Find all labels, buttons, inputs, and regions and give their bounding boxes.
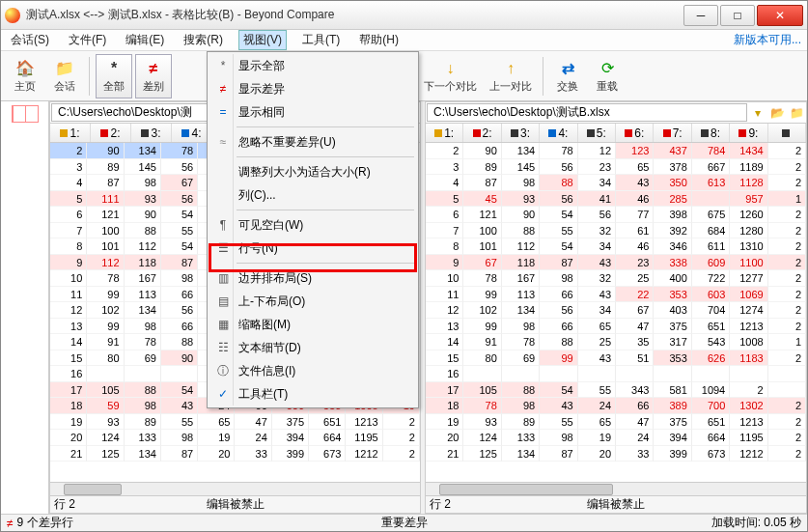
column-header[interactable]: 3: bbox=[502, 124, 540, 142]
cell: 66 bbox=[161, 319, 198, 335]
menu-help[interactable]: 帮助(H) bbox=[355, 31, 403, 49]
cell: 93 bbox=[502, 191, 540, 208]
table-row[interactable]: 545935641462859571 bbox=[426, 191, 806, 208]
menu-session[interactable]: 会话(S) bbox=[7, 31, 53, 49]
next-diff-button[interactable]: ↑上一对比 bbox=[485, 54, 537, 98]
minimize-button[interactable]: ─ bbox=[683, 5, 718, 26]
close-button[interactable]: ✕ bbox=[757, 5, 803, 26]
left-scrollbar[interactable] bbox=[50, 482, 420, 495]
cell: 78 bbox=[161, 143, 198, 159]
table-row[interactable]: 14917888253531754310081 bbox=[426, 334, 806, 350]
reload-button[interactable]: ⟳重载 bbox=[589, 54, 626, 98]
column-header[interactable]: 2: bbox=[463, 124, 501, 142]
menu-search[interactable]: 搜索(R) bbox=[180, 31, 227, 49]
menu-edit[interactable]: 编辑(E) bbox=[122, 31, 168, 49]
new-version-link[interactable]: 新版本可用... bbox=[734, 32, 801, 48]
table-row[interactable]: 1210213456346740370412742 bbox=[426, 302, 806, 319]
diff-button[interactable]: ≠差别 bbox=[135, 54, 172, 98]
table-row[interactable]: 19938955654737565112132 bbox=[50, 414, 420, 431]
column-header[interactable]: 4: bbox=[540, 124, 577, 142]
menu-text-detail[interactable]: ☷文本细节(D) bbox=[209, 336, 416, 359]
table-row[interactable]: 810111254344634661113102 bbox=[426, 238, 806, 255]
column-header[interactable]: 1: bbox=[50, 124, 91, 142]
cell: 613 bbox=[692, 175, 730, 191]
minimap-icon[interactable] bbox=[12, 105, 39, 123]
home-button[interactable]: 🏠主页 bbox=[7, 54, 43, 98]
cell: 93 bbox=[463, 414, 501, 431]
cell: 667 bbox=[692, 159, 730, 176]
table-row[interactable]: 119911366432235360310692 bbox=[426, 287, 806, 303]
cell: 65 bbox=[616, 159, 654, 176]
menu-show-same[interactable]: =显示相同 bbox=[209, 100, 416, 124]
menu-ignore-unimportant[interactable]: ≈忽略不重要差异(U) bbox=[209, 130, 416, 154]
menu-line-numbers[interactable]: ☰行号(N) bbox=[209, 237, 416, 260]
menu-fit-columns[interactable]: 调整列大小为适合大小(R) bbox=[209, 160, 416, 183]
table-row[interactable]: 2012413398192439466411952 bbox=[50, 430, 420, 446]
cell: 100 bbox=[87, 223, 124, 239]
right-scrollbar[interactable] bbox=[426, 482, 806, 495]
table-row[interactable]: 13999866654737565112132 bbox=[426, 319, 806, 335]
table-row[interactable]: 38914556236537866711892 bbox=[426, 159, 806, 176]
cell: 46 bbox=[616, 191, 654, 208]
cell: 7 bbox=[50, 223, 87, 239]
maximize-button[interactable]: □ bbox=[720, 5, 755, 26]
cell: 87 bbox=[540, 255, 577, 271]
cell: 125 bbox=[87, 446, 124, 462]
menu-toolbar[interactable]: ✓工具栏(T) bbox=[209, 382, 416, 406]
column-header[interactable]: 3: bbox=[131, 124, 172, 142]
menu-file[interactable]: 文件(F) bbox=[65, 31, 110, 49]
column-header[interactable]: 8: bbox=[692, 124, 730, 142]
table-row[interactable]: 2012413398192439466411952 bbox=[426, 430, 806, 446]
menu-tools[interactable]: 工具(T) bbox=[298, 31, 344, 49]
column-header[interactable]: 1: bbox=[426, 124, 463, 142]
swap-button[interactable]: ⇄交换 bbox=[549, 54, 586, 98]
table-row[interactable]: 71008855326139268412802 bbox=[426, 223, 806, 239]
cell: 2 bbox=[768, 319, 806, 335]
prev-diff-button[interactable]: ↓下一个对比 bbox=[419, 54, 482, 98]
menu-columns[interactable]: 列(C)... bbox=[209, 183, 416, 207]
column-header[interactable]: 6: bbox=[616, 124, 654, 142]
key-icon bbox=[60, 129, 68, 137]
menu-visible-whitespace[interactable]: ¶可见空白(W) bbox=[209, 213, 416, 237]
menu-view[interactable]: 视图(V) bbox=[238, 30, 287, 50]
sessions-button[interactable]: 📁会话 bbox=[46, 54, 83, 98]
cell: 101 bbox=[87, 238, 124, 255]
cell: 56 bbox=[161, 302, 198, 319]
table-row[interactable]: 2112513487203339967312122 bbox=[50, 446, 420, 462]
cell: 1189 bbox=[730, 159, 767, 176]
menu-side-by-side[interactable]: ▥边并排布局(S) bbox=[209, 266, 416, 290]
open-icon[interactable]: 📁 bbox=[787, 106, 806, 120]
right-grid[interactable]: 2901347812123437784143423891455623653786… bbox=[426, 143, 806, 482]
table-row[interactable]: 2112513487203339967312122 bbox=[426, 446, 806, 462]
menu-show-all[interactable]: *显示全部 bbox=[209, 54, 416, 77]
browse-icon[interactable]: 📂 bbox=[767, 106, 787, 120]
cell: 626 bbox=[692, 350, 730, 367]
all-button[interactable]: *全部 bbox=[96, 54, 132, 98]
table-row[interactable]: 96711887432333860911002 bbox=[426, 255, 806, 271]
cell: 1277 bbox=[730, 270, 767, 287]
table-row[interactable]: 4879888344335061311282 bbox=[426, 175, 806, 191]
cell: 33 bbox=[235, 446, 271, 462]
menu-thumbnail[interactable]: ▦缩略图(M) bbox=[209, 313, 416, 336]
table-row[interactable]: 15806999435135362611832 bbox=[426, 350, 806, 367]
right-path-input[interactable]: C:\Users\echo\Desktop\测试B.xlsx bbox=[427, 103, 747, 122]
table-row[interactable]: 290134781212343778414342 bbox=[426, 143, 806, 159]
table-row[interactable]: 16 bbox=[426, 366, 806, 382]
column-header[interactable]: 5: bbox=[578, 124, 616, 142]
menu-show-diff[interactable]: ≠显示差异 bbox=[209, 77, 416, 100]
dropdown-icon[interactable]: ▾ bbox=[748, 106, 767, 120]
column-header[interactable] bbox=[768, 124, 806, 142]
table-row[interactable]: 19938955654737565112132 bbox=[426, 414, 806, 431]
column-header[interactable]: 7: bbox=[654, 124, 691, 142]
cell: 346 bbox=[654, 238, 691, 255]
column-header[interactable]: 9: bbox=[730, 124, 767, 142]
table-row[interactable]: 61219054567739867512602 bbox=[426, 207, 806, 223]
table-row[interactable]: 1710588545534358110942 bbox=[426, 382, 806, 399]
cell: 98 bbox=[161, 430, 198, 446]
table-row[interactable]: 18789843246638970013022 bbox=[426, 398, 806, 414]
menu-over-under[interactable]: ▤上-下布局(O) bbox=[209, 290, 416, 313]
menu-file-info[interactable]: ⓘ文件信息(I) bbox=[209, 359, 416, 382]
column-header[interactable]: 2: bbox=[91, 124, 131, 142]
table-row[interactable]: 107816798322540072212772 bbox=[426, 270, 806, 287]
cell: 403 bbox=[654, 302, 691, 319]
